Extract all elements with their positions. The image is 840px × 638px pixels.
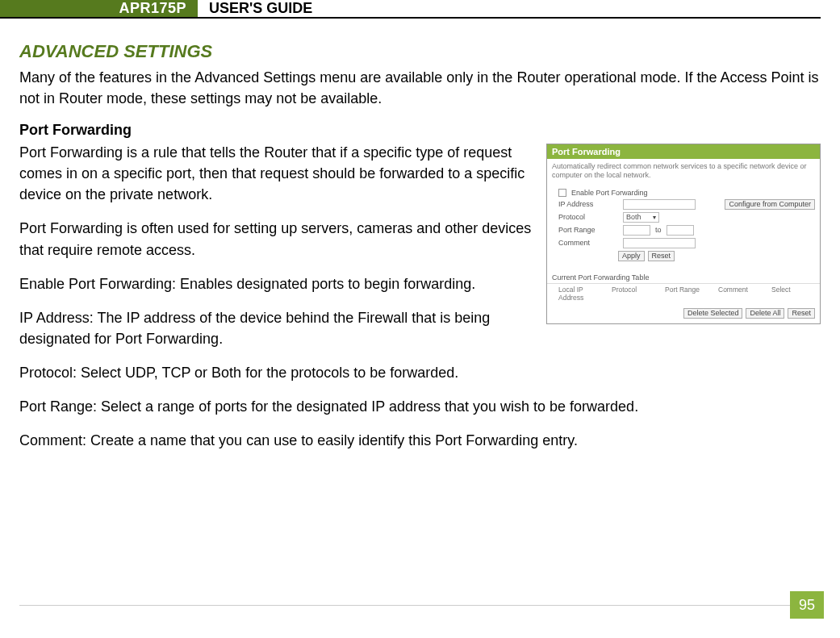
header-model: APR175P bbox=[0, 0, 198, 17]
enable-checkbox[interactable] bbox=[558, 189, 566, 197]
reset-button[interactable]: Reset bbox=[648, 251, 675, 261]
configure-button[interactable]: Configure from Computer bbox=[725, 199, 815, 210]
portrange-label: Port Range bbox=[558, 226, 618, 234]
footer-rule bbox=[19, 605, 790, 606]
th-ip: Local IP Address bbox=[558, 286, 602, 302]
screenshot-desc: Automatically redirect common network se… bbox=[547, 159, 820, 185]
portrange-to-input[interactable] bbox=[667, 225, 694, 236]
protocol-label: Protocol bbox=[558, 213, 618, 221]
screenshot-title: Port Forwarding bbox=[547, 144, 820, 159]
delete-selected-button[interactable]: Delete Selected bbox=[683, 308, 743, 319]
delete-all-button[interactable]: Delete All bbox=[746, 308, 784, 319]
paragraph-5: Protocol: Select UDP, TCP or Both for th… bbox=[19, 362, 821, 383]
enable-label: Enable Port Forwarding bbox=[571, 189, 648, 197]
table-header-row: Local IP Address Protocol Port Range Com… bbox=[558, 286, 815, 302]
chevron-down-icon: ▾ bbox=[653, 214, 656, 221]
th-comment: Comment bbox=[718, 286, 762, 302]
page-content: ADVANCED SETTINGS Many of the features i… bbox=[0, 19, 840, 464]
header-title: USER'S GUIDE bbox=[198, 0, 312, 17]
paragraph-7: Comment: Create a name that you can use … bbox=[19, 430, 821, 451]
portrange-from-input[interactable] bbox=[623, 225, 650, 236]
protocol-select[interactable]: Both ▾ bbox=[623, 212, 659, 223]
forwarding-table: Local IP Address Protocol Port Range Com… bbox=[547, 283, 820, 305]
table-caption: Current Port Forwarding Table bbox=[552, 273, 820, 281]
th-portrange: Port Range bbox=[665, 286, 708, 302]
protocol-value: Both bbox=[626, 213, 641, 221]
th-select: Select bbox=[771, 286, 815, 302]
section-title: ADVANCED SETTINGS bbox=[19, 41, 821, 62]
portrange-sep: to bbox=[655, 226, 662, 234]
table-reset-button[interactable]: Reset bbox=[788, 308, 815, 319]
page-number: 95 bbox=[790, 591, 824, 619]
apply-button[interactable]: Apply bbox=[618, 251, 645, 261]
subsection-title: Port Forwarding bbox=[19, 122, 821, 139]
comment-label: Comment bbox=[558, 239, 618, 247]
ip-input[interactable] bbox=[623, 199, 696, 210]
th-protocol: Protocol bbox=[612, 286, 655, 302]
port-forwarding-screenshot: Port Forwarding Automatically redirect c… bbox=[546, 144, 821, 324]
comment-input[interactable] bbox=[623, 238, 696, 248]
paragraph-6: Port Range: Select a range of ports for … bbox=[19, 396, 821, 417]
ip-label: IP Address bbox=[558, 200, 618, 208]
page-header: APR175P USER'S GUIDE bbox=[0, 0, 821, 19]
section-intro: Many of the features in the Advanced Set… bbox=[19, 67, 821, 109]
